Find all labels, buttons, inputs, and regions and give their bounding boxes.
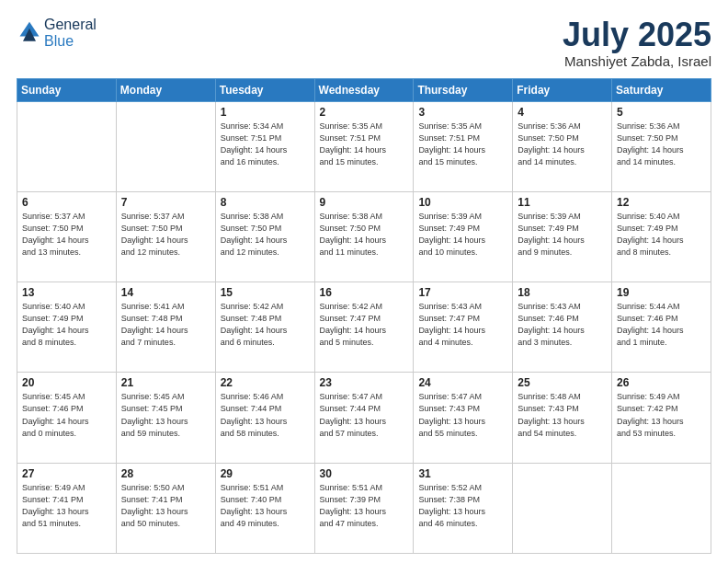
- logo-text: General Blue: [44, 17, 97, 50]
- table-row: 11Sunrise: 5:39 AMSunset: 7:49 PMDayligh…: [513, 191, 612, 282]
- day-number: 8: [221, 196, 310, 209]
- day-info: Sunrise: 5:46 AMSunset: 7:44 PMDaylight:…: [221, 391, 310, 439]
- table-row: 20Sunrise: 5:45 AMSunset: 7:46 PMDayligh…: [17, 373, 117, 463]
- day-info: Sunrise: 5:42 AMSunset: 7:48 PMDaylight:…: [221, 301, 310, 349]
- day-info: Sunrise: 5:40 AMSunset: 7:49 PMDaylight:…: [617, 211, 706, 259]
- table-row: 30Sunrise: 5:51 AMSunset: 7:39 PMDayligh…: [314, 463, 414, 553]
- header-friday: Friday: [513, 78, 612, 101]
- table-row: 13Sunrise: 5:40 AMSunset: 7:49 PMDayligh…: [17, 282, 117, 373]
- day-number: 26: [617, 376, 706, 389]
- day-number: 30: [320, 467, 409, 480]
- table-row: 27Sunrise: 5:49 AMSunset: 7:41 PMDayligh…: [17, 463, 117, 553]
- table-row: 28Sunrise: 5:50 AMSunset: 7:41 PMDayligh…: [116, 463, 215, 553]
- header-wednesday: Wednesday: [314, 78, 414, 101]
- table-row: 22Sunrise: 5:46 AMSunset: 7:44 PMDayligh…: [215, 373, 314, 463]
- calendar-week-1: 1Sunrise: 5:34 AMSunset: 7:51 PMDaylight…: [17, 101, 711, 191]
- day-number: 20: [22, 376, 111, 389]
- day-number: 10: [418, 196, 507, 209]
- day-info: Sunrise: 5:37 AMSunset: 7:50 PMDaylight:…: [22, 211, 111, 259]
- calendar-week-3: 13Sunrise: 5:40 AMSunset: 7:49 PMDayligh…: [17, 282, 711, 373]
- day-info: Sunrise: 5:34 AMSunset: 7:51 PMDaylight:…: [221, 121, 310, 168]
- day-info: Sunrise: 5:48 AMSunset: 7:43 PMDaylight:…: [518, 391, 607, 439]
- table-row: 4Sunrise: 5:36 AMSunset: 7:50 PMDaylight…: [513, 101, 612, 191]
- table-row: 17Sunrise: 5:43 AMSunset: 7:47 PMDayligh…: [414, 282, 513, 373]
- table-row: 23Sunrise: 5:47 AMSunset: 7:44 PMDayligh…: [314, 373, 414, 463]
- table-row: 12Sunrise: 5:40 AMSunset: 7:49 PMDayligh…: [612, 191, 711, 282]
- day-number: 27: [22, 467, 111, 480]
- day-number: 23: [320, 376, 409, 389]
- header: General Blue July 2025 Manshiyet Zabda, …: [17, 17, 711, 69]
- day-info: Sunrise: 5:51 AMSunset: 7:40 PMDaylight:…: [221, 482, 310, 530]
- title-month: July 2025: [563, 17, 711, 53]
- day-info: Sunrise: 5:49 AMSunset: 7:41 PMDaylight:…: [22, 482, 111, 530]
- day-info: Sunrise: 5:37 AMSunset: 7:50 PMDaylight:…: [121, 211, 210, 259]
- logo-icon: [17, 20, 42, 46]
- day-info: Sunrise: 5:39 AMSunset: 7:49 PMDaylight:…: [518, 211, 607, 259]
- page: General Blue July 2025 Manshiyet Zabda, …: [0, 0, 728, 563]
- calendar-table: Sunday Monday Tuesday Wednesday Thursday…: [17, 78, 711, 554]
- table-row: 24Sunrise: 5:47 AMSunset: 7:43 PMDayligh…: [414, 373, 513, 463]
- day-info: Sunrise: 5:38 AMSunset: 7:50 PMDaylight:…: [320, 211, 409, 259]
- day-number: 14: [121, 286, 210, 299]
- day-info: Sunrise: 5:51 AMSunset: 7:39 PMDaylight:…: [320, 482, 409, 530]
- table-row: 26Sunrise: 5:49 AMSunset: 7:42 PMDayligh…: [612, 373, 711, 463]
- table-row: 1Sunrise: 5:34 AMSunset: 7:51 PMDaylight…: [215, 101, 314, 191]
- day-number: 9: [320, 196, 409, 209]
- day-info: Sunrise: 5:41 AMSunset: 7:48 PMDaylight:…: [121, 301, 210, 349]
- table-row: 25Sunrise: 5:48 AMSunset: 7:43 PMDayligh…: [513, 373, 612, 463]
- table-row: 3Sunrise: 5:35 AMSunset: 7:51 PMDaylight…: [414, 101, 513, 191]
- table-row: 16Sunrise: 5:42 AMSunset: 7:47 PMDayligh…: [314, 282, 414, 373]
- table-row: 5Sunrise: 5:36 AMSunset: 7:50 PMDaylight…: [612, 101, 711, 191]
- table-row: 7Sunrise: 5:37 AMSunset: 7:50 PMDaylight…: [116, 191, 215, 282]
- calendar-week-5: 27Sunrise: 5:49 AMSunset: 7:41 PMDayligh…: [17, 463, 711, 553]
- table-row: 8Sunrise: 5:38 AMSunset: 7:50 PMDaylight…: [215, 191, 314, 282]
- day-number: 3: [418, 106, 507, 119]
- day-info: Sunrise: 5:45 AMSunset: 7:45 PMDaylight:…: [121, 391, 210, 439]
- logo: General Blue: [17, 17, 97, 50]
- table-row: [116, 101, 215, 191]
- day-number: 19: [617, 286, 706, 299]
- day-number: 18: [518, 286, 607, 299]
- title-location: Manshiyet Zabda, Israel: [563, 53, 711, 69]
- day-number: 17: [418, 286, 507, 299]
- day-info: Sunrise: 5:36 AMSunset: 7:50 PMDaylight:…: [617, 121, 706, 168]
- day-info: Sunrise: 5:43 AMSunset: 7:47 PMDaylight:…: [418, 301, 507, 349]
- table-row: 10Sunrise: 5:39 AMSunset: 7:49 PMDayligh…: [414, 191, 513, 282]
- table-row: [612, 463, 711, 553]
- day-number: 28: [121, 467, 210, 480]
- day-info: Sunrise: 5:47 AMSunset: 7:43 PMDaylight:…: [418, 391, 507, 439]
- header-monday: Monday: [116, 78, 215, 101]
- day-number: 13: [22, 286, 111, 299]
- day-info: Sunrise: 5:47 AMSunset: 7:44 PMDaylight:…: [320, 391, 409, 439]
- day-number: 6: [22, 196, 111, 209]
- day-info: Sunrise: 5:36 AMSunset: 7:50 PMDaylight:…: [518, 121, 607, 168]
- day-number: 29: [221, 467, 310, 480]
- day-number: 4: [518, 106, 607, 119]
- day-number: 1: [221, 106, 310, 119]
- day-info: Sunrise: 5:50 AMSunset: 7:41 PMDaylight:…: [121, 482, 210, 530]
- day-info: Sunrise: 5:39 AMSunset: 7:49 PMDaylight:…: [418, 211, 507, 259]
- day-number: 22: [221, 376, 310, 389]
- day-number: 15: [221, 286, 310, 299]
- day-number: 25: [518, 376, 607, 389]
- table-row: 2Sunrise: 5:35 AMSunset: 7:51 PMDaylight…: [314, 101, 414, 191]
- day-number: 2: [320, 106, 409, 119]
- day-info: Sunrise: 5:49 AMSunset: 7:42 PMDaylight:…: [617, 391, 706, 439]
- table-row: 31Sunrise: 5:52 AMSunset: 7:38 PMDayligh…: [414, 463, 513, 553]
- day-info: Sunrise: 5:45 AMSunset: 7:46 PMDaylight:…: [22, 391, 111, 439]
- day-number: 16: [320, 286, 409, 299]
- day-number: 5: [617, 106, 706, 119]
- calendar-week-2: 6Sunrise: 5:37 AMSunset: 7:50 PMDaylight…: [17, 191, 711, 282]
- table-row: 6Sunrise: 5:37 AMSunset: 7:50 PMDaylight…: [17, 191, 117, 282]
- day-info: Sunrise: 5:52 AMSunset: 7:38 PMDaylight:…: [418, 482, 507, 530]
- table-row: 14Sunrise: 5:41 AMSunset: 7:48 PMDayligh…: [116, 282, 215, 373]
- day-number: 7: [121, 196, 210, 209]
- day-info: Sunrise: 5:44 AMSunset: 7:46 PMDaylight:…: [617, 301, 706, 349]
- day-number: 21: [121, 376, 210, 389]
- title-block: July 2025 Manshiyet Zabda, Israel: [563, 17, 711, 69]
- table-row: 15Sunrise: 5:42 AMSunset: 7:48 PMDayligh…: [215, 282, 314, 373]
- table-row: 9Sunrise: 5:38 AMSunset: 7:50 PMDaylight…: [314, 191, 414, 282]
- day-number: 31: [418, 467, 507, 480]
- table-row: 29Sunrise: 5:51 AMSunset: 7:40 PMDayligh…: [215, 463, 314, 553]
- day-info: Sunrise: 5:42 AMSunset: 7:47 PMDaylight:…: [320, 301, 409, 349]
